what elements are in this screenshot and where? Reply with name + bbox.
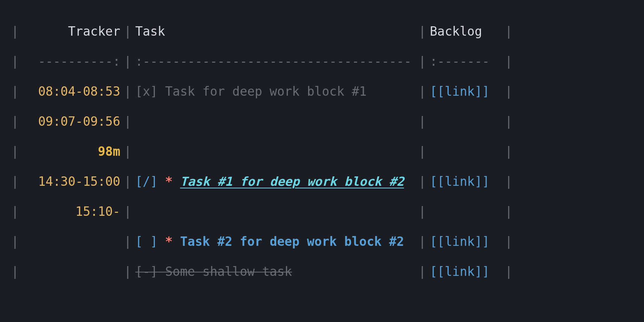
pipe-icon: | xyxy=(505,203,512,220)
pipe-icon: | xyxy=(505,23,512,40)
pipe-icon: | xyxy=(11,113,19,130)
checkbox-cancelled-icon[interactable]: [-] xyxy=(135,264,158,279)
task-text: Task #2 for deep work block #2 xyxy=(180,234,404,249)
checkbox-open-icon[interactable]: [ ] xyxy=(135,234,158,249)
table-row[interactable]: | 09:07-09:56 | | | xyxy=(11,107,633,137)
pipe-icon: | xyxy=(11,143,19,160)
pipe-icon: | xyxy=(415,83,430,100)
pipe-icon: | xyxy=(120,233,135,250)
column-header-tracker: Tracker xyxy=(19,23,120,40)
task-cell-cancelled: [-] Some shallow task xyxy=(135,263,415,280)
pipe-icon: | xyxy=(505,113,512,130)
pipe-icon: | xyxy=(11,233,19,250)
column-header-task: Task xyxy=(135,23,415,40)
pipe-icon: | xyxy=(120,113,135,130)
table-row[interactable]: | | [-] Some shallow task | [[link]] | xyxy=(11,257,633,287)
table-row[interactable]: | 15:10- | | | xyxy=(11,197,633,227)
pipe-icon: | xyxy=(415,143,430,160)
wikilink[interactable]: [[link]] xyxy=(430,173,505,190)
table-row[interactable]: | | [ ] * Task #2 for deep work block #2… xyxy=(11,227,633,257)
priority-star-icon: * xyxy=(158,174,180,189)
pipe-icon: | xyxy=(505,263,512,280)
pipe-icon: | xyxy=(415,173,430,190)
wikilink[interactable]: [[link]] xyxy=(430,233,505,250)
wikilink[interactable]: [[link]] xyxy=(430,263,505,280)
pipe-icon: | xyxy=(505,53,512,70)
time-range: 09:07-09:56 xyxy=(19,113,120,130)
time-range: 08:04-08:53 xyxy=(19,83,120,100)
time-range: 14:30-15:00 xyxy=(19,173,120,190)
pipe-icon: | xyxy=(415,263,430,280)
checkbox-done-icon[interactable]: [x] xyxy=(135,84,158,99)
pipe-icon: | xyxy=(120,203,135,220)
pipe-icon: | xyxy=(415,53,430,70)
task-text-active[interactable]: Task #1 for deep work block #2 xyxy=(180,174,404,189)
checkbox-inprogress-icon[interactable]: [/] xyxy=(135,174,158,189)
priority-star-icon: * xyxy=(158,234,180,249)
divider-backlog: :------- xyxy=(430,53,505,70)
pipe-icon: | xyxy=(415,113,430,130)
task-text: Task for deep work block #1 xyxy=(158,84,367,99)
task-cell: [ ] * Task #2 for deep work block #2 xyxy=(135,233,415,250)
pipe-icon: | xyxy=(505,83,512,100)
time-range-open: 15:10- xyxy=(19,203,120,220)
table-row[interactable]: | 98m | | | xyxy=(11,137,633,167)
pipe-icon: | xyxy=(11,203,19,220)
divider-tracker: ----------: xyxy=(19,53,120,70)
pipe-icon: | xyxy=(120,23,135,40)
pipe-icon: | xyxy=(505,173,512,190)
pipe-icon: | xyxy=(120,263,135,280)
duration-total: 98m xyxy=(19,143,120,160)
pipe-icon: | xyxy=(120,173,135,190)
task-cell: [x] Task for deep work block #1 xyxy=(135,83,415,100)
wikilink[interactable]: [[link]] xyxy=(430,83,505,100)
table-divider-row: | ----------: | :-----------------------… xyxy=(11,47,633,77)
divider-task: :------------------------------------ xyxy=(135,53,415,70)
column-header-backlog: Backlog xyxy=(430,23,505,40)
pipe-icon: | xyxy=(11,83,19,100)
pipe-icon: | xyxy=(505,143,512,160)
pipe-icon: | xyxy=(11,23,19,40)
task-text: Some shallow task xyxy=(158,264,292,279)
pipe-icon: | xyxy=(415,23,430,40)
pipe-icon: | xyxy=(120,83,135,100)
table-header-row: | Tracker | Task | Backlog | xyxy=(11,17,633,47)
pipe-icon: | xyxy=(11,263,19,280)
pipe-icon: | xyxy=(120,53,135,70)
markdown-table-editor[interactable]: | Tracker | Task | Backlog | | ---------… xyxy=(0,0,644,287)
pipe-icon: | xyxy=(11,173,19,190)
table-row[interactable]: | 08:04-08:53 | [x] Task for deep work b… xyxy=(11,77,633,107)
pipe-icon: | xyxy=(415,233,430,250)
table-row[interactable]: | 14:30-15:00 | [/] * Task #1 for deep w… xyxy=(11,167,633,197)
task-cell: [/] * Task #1 for deep work block #2 xyxy=(135,173,415,190)
pipe-icon: | xyxy=(505,233,512,250)
pipe-icon: | xyxy=(415,203,430,220)
pipe-icon: | xyxy=(120,143,135,160)
pipe-icon: | xyxy=(11,53,19,70)
